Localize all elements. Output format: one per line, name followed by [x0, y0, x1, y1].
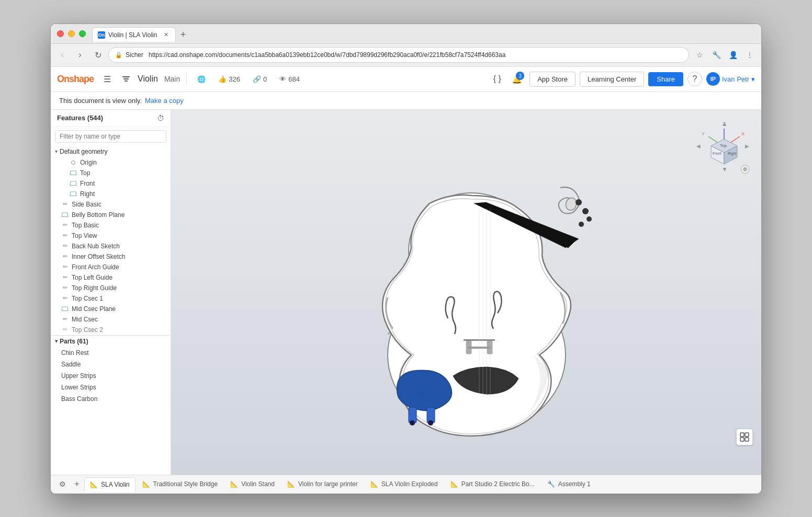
svg-rect-1: [123, 78, 129, 79]
panel-header: Features (544) ⏱: [51, 110, 171, 127]
feature-inner-offset[interactable]: ✏ Inner Offset Sketch: [51, 251, 171, 262]
feature-top-right[interactable]: ✏ Top Right Guide: [51, 283, 171, 293]
tab-assembly-1-label: Assembly 1: [558, 480, 591, 488]
app-store-button[interactable]: App Store: [529, 72, 576, 87]
part-lower-strips[interactable]: Lower Strips: [51, 382, 171, 393]
sketch-icon: ✏: [61, 201, 69, 208]
view-only-banner: This document is view only. Make a copy: [51, 92, 761, 110]
like-button[interactable]: 👍 326: [214, 73, 244, 85]
tab-trad-bridge[interactable]: 📐 Traditional Style Bridge: [137, 477, 224, 491]
globe-button[interactable]: 🌐: [193, 73, 210, 85]
reload-button[interactable]: ↻: [91, 48, 105, 62]
inner-offset-label: Inner Offset Sketch: [72, 253, 126, 260]
assembly-icon: 🔧: [547, 480, 555, 488]
new-tab-button[interactable]: +: [176, 27, 190, 42]
filter-button[interactable]: [119, 72, 133, 86]
feature-side-basic[interactable]: ✏ Side Basic: [51, 199, 171, 210]
secure-label: Sicher: [126, 51, 143, 59]
svg-text:▶: ▶: [745, 143, 749, 149]
3d-viewport[interactable]: X Y Z Top Front Right: [171, 110, 761, 475]
hamburger-menu-button[interactable]: ☰: [100, 72, 115, 86]
toolbar-divider-1: [186, 73, 187, 85]
browser-actions: ☆ 🔧 👤 ⋮: [692, 48, 757, 62]
view-cube[interactable]: X Y Z Top Front Right: [695, 118, 753, 176]
svg-rect-41: [745, 433, 749, 436]
tab-close-button[interactable]: ✕: [162, 31, 170, 39]
tab-settings-button[interactable]: ⚙: [55, 477, 70, 491]
mid-csec-label: Mid Csec: [72, 316, 98, 323]
feature-mid-csec-plane[interactable]: Mid Csec Plane: [51, 304, 171, 314]
feature-front-arch[interactable]: ✏ Front Arch Guide: [51, 262, 171, 272]
maximize-button[interactable]: [79, 30, 86, 37]
top-csec2-label: Top Csec 2: [72, 326, 103, 334]
top-label: Top: [80, 169, 90, 177]
view-count: 684: [288, 75, 300, 83]
top-basic-label: Top Basic: [72, 222, 99, 229]
add-tab-button[interactable]: +: [71, 478, 83, 490]
code-button[interactable]: { }: [490, 72, 504, 86]
minimize-button[interactable]: [68, 30, 75, 37]
feature-top-view[interactable]: ✏ Top View: [51, 231, 171, 241]
part-bass-carbon[interactable]: Bass Carbon: [51, 393, 171, 405]
feature-right[interactable]: Right: [51, 189, 171, 199]
chevron-down-icon: ▾: [55, 148, 58, 154]
panel-title: Features (544): [57, 114, 103, 122]
side-basic-label: Side Basic: [72, 201, 102, 208]
tab-violin-stand[interactable]: 📐 Violin Stand: [224, 477, 280, 491]
part-saddle[interactable]: Saddle: [51, 359, 171, 370]
tab-assembly-1[interactable]: 🔧 Assembly 1: [542, 477, 596, 491]
close-button[interactable]: [57, 30, 64, 37]
feature-top-basic[interactable]: ✏ Top Basic: [51, 220, 171, 231]
feature-list: ▾ Default geometry Origin Top Front: [51, 146, 171, 475]
link-button[interactable]: 🔗 0: [249, 73, 271, 85]
feature-belly-bottom[interactable]: Belly Bottom Plane: [51, 210, 171, 220]
browser-bar: ‹ › ↻ 🔒 Sicher https://cad.onshape.com/d…: [51, 44, 761, 67]
link-icon: 🔗: [253, 75, 261, 83]
part-upper-strips[interactable]: Upper Strips: [51, 370, 171, 382]
tab-large-printer[interactable]: 📐 Violin for large printer: [281, 477, 364, 491]
address-bar[interactable]: 🔒 Sicher https://cad.onshape.com/documen…: [108, 47, 689, 63]
back-button[interactable]: ‹: [55, 48, 70, 62]
browser-tab-active[interactable]: On Violin | SLA Violin ✕: [92, 27, 176, 42]
help-button[interactable]: ?: [687, 72, 702, 86]
top-right-label: Top Right Guide: [72, 284, 117, 292]
notification-button[interactable]: 🔔 3: [509, 71, 525, 87]
feature-origin[interactable]: Origin: [51, 157, 171, 168]
tab-part-studio-2[interactable]: 📐 Part Studio 2 Electric Bo...: [445, 477, 540, 491]
feature-mid-csec[interactable]: ✏ Mid Csec: [51, 314, 171, 325]
feature-top-csec2[interactable]: ✏ Top Csec 2: [51, 325, 171, 335]
svg-text:X: X: [741, 131, 745, 136]
tab-violin-stand-label: Violin Stand: [241, 480, 275, 488]
tab-trad-bridge-label: Traditional Style Bridge: [153, 480, 218, 488]
part-chin-rest[interactable]: Chin Rest: [51, 347, 171, 359]
lock-icon: 🔒: [115, 52, 122, 59]
feature-top[interactable]: Top: [51, 168, 171, 178]
bookmark-button[interactable]: ☆: [692, 48, 707, 62]
timer-icon[interactable]: ⏱: [157, 114, 164, 122]
svg-rect-42: [740, 438, 744, 441]
tab-sla-violin[interactable]: 📐 SLA Violin: [84, 477, 136, 492]
user-profile-button[interactable]: 👤: [726, 48, 740, 62]
filter-input[interactable]: [55, 130, 166, 143]
learning-center-button[interactable]: Learning Center: [580, 72, 644, 87]
more-button[interactable]: ⋮: [742, 48, 757, 62]
top-left-label: Top Left Guide: [72, 274, 112, 281]
parts-header[interactable]: ▾ Parts (61): [51, 336, 171, 347]
forward-button[interactable]: ›: [73, 48, 87, 62]
extension-button[interactable]: 🔧: [709, 48, 724, 62]
svg-text:Y: Y: [702, 131, 705, 136]
default-geometry-header[interactable]: ▾ Default geometry: [51, 146, 171, 157]
part-studio-icon-5: 📐: [370, 480, 378, 488]
make-copy-link[interactable]: Make a copy: [145, 97, 184, 105]
tab-sla-exploded[interactable]: 📐 SLA Violin Exploded: [365, 477, 444, 491]
feature-top-left[interactable]: ✏ Top Left Guide: [51, 272, 171, 283]
feature-front[interactable]: Front: [51, 178, 171, 189]
exploded-view-button[interactable]: [736, 429, 753, 445]
share-button[interactable]: Share: [648, 72, 683, 86]
tab-sla-exploded-label: SLA Violin Exploded: [381, 480, 438, 488]
origin-label: Origin: [80, 159, 97, 166]
feature-back-nub[interactable]: ✏ Back Nub Sketch: [51, 241, 171, 251]
view-count-button[interactable]: 👁 684: [275, 73, 304, 85]
user-menu-button[interactable]: IP Ivan Petr ▾: [706, 72, 755, 86]
feature-top-csec1[interactable]: ✏ Top Csec 1: [51, 293, 171, 304]
